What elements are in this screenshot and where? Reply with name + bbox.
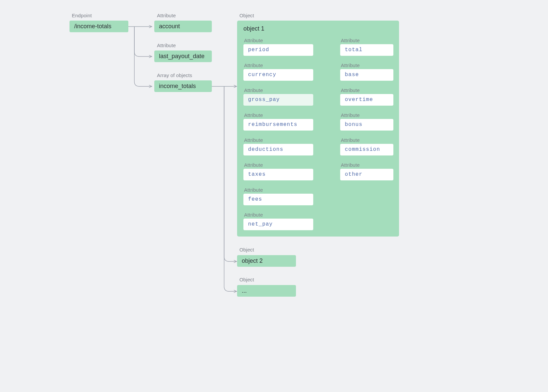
attr-deductions: deductions bbox=[243, 144, 313, 155]
attr-net-pay: net_pay bbox=[243, 219, 313, 230]
attr-account: account bbox=[154, 21, 212, 32]
attr-currency: currency bbox=[243, 69, 313, 81]
attr-label: Attribute bbox=[157, 43, 176, 48]
attr-reimbursements: reimbursements bbox=[243, 119, 313, 131]
attr-label: Attribute bbox=[341, 112, 360, 118]
object1-title: object 1 bbox=[243, 25, 264, 32]
attr-last-payout-date: last_payout_date bbox=[154, 50, 212, 62]
attr-label: Attribute bbox=[341, 162, 360, 168]
attr-label: Attribute bbox=[244, 212, 263, 218]
attr-income-totals: income_totals bbox=[154, 80, 212, 92]
attr-label: Attribute bbox=[244, 187, 263, 193]
object-more-chip: ... bbox=[237, 285, 296, 297]
attr-label: Attribute bbox=[341, 137, 360, 143]
attr-label: Attribute bbox=[244, 38, 263, 43]
object2-chip: object 2 bbox=[237, 255, 296, 267]
attr-label: Array of objects bbox=[157, 72, 192, 78]
diagram-canvas: Endpoint /income-totals Attribute accoun… bbox=[60, 0, 488, 307]
attr-other: other bbox=[340, 169, 393, 180]
attr-label: Attribute bbox=[341, 62, 360, 68]
attr-label: Attribute bbox=[244, 112, 263, 118]
attr-base: base bbox=[340, 69, 393, 81]
attr-label: Attribute bbox=[244, 87, 263, 93]
attr-gross-pay: gross_pay bbox=[243, 94, 313, 106]
attr-label: Attribute bbox=[244, 137, 263, 143]
attr-label: Attribute bbox=[341, 87, 360, 93]
attr-label: Attribute bbox=[157, 13, 176, 18]
attr-bonus: bonus bbox=[340, 119, 393, 131]
attr-overtime: overtime bbox=[340, 94, 393, 106]
attr-fees: fees bbox=[243, 194, 313, 205]
object-label: Object bbox=[239, 247, 254, 252]
attr-taxes: taxes bbox=[243, 169, 313, 180]
object-label: Object bbox=[239, 277, 254, 282]
attr-label: Attribute bbox=[341, 38, 360, 43]
attr-commission: commission bbox=[340, 144, 393, 155]
attr-total: total bbox=[340, 44, 393, 56]
attr-label: Attribute bbox=[244, 162, 263, 168]
attr-period: period bbox=[243, 44, 313, 56]
endpoint-chip: /income-totals bbox=[69, 21, 128, 32]
object-label: Object bbox=[239, 13, 254, 18]
attr-label: Attribute bbox=[244, 62, 263, 68]
endpoint-label: Endpoint bbox=[72, 13, 92, 18]
